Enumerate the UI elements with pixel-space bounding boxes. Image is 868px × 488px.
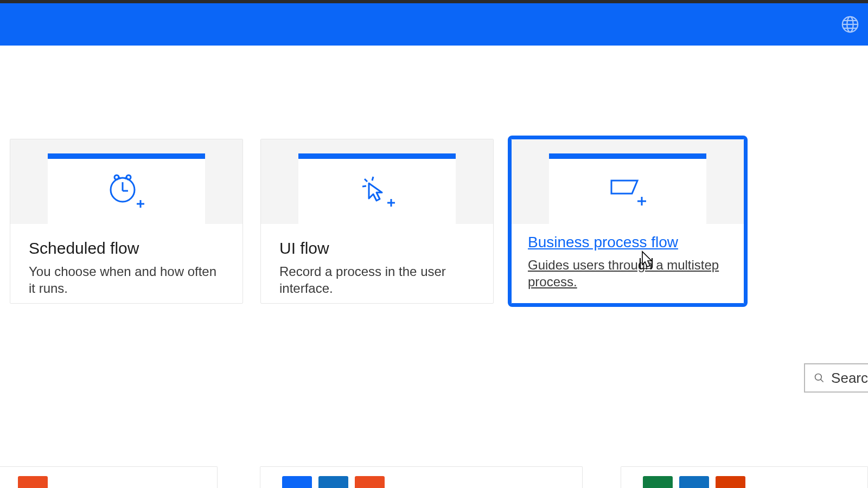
search-input[interactable]: Searc: [804, 363, 868, 393]
parallelogram-plus-icon: [606, 175, 649, 208]
connector-tile-icon: [318, 476, 348, 488]
connector-tile-icon: [282, 476, 312, 488]
card-description: Guides users through a multistep process…: [528, 256, 727, 290]
card-illustration: [512, 139, 744, 224]
card-illustration: [261, 139, 493, 224]
connector-tile-icon: [679, 476, 709, 488]
svg-line-11: [365, 179, 367, 182]
card-ui-flow[interactable]: UI flow Record a process in the user int…: [260, 139, 494, 304]
svg-point-18: [815, 374, 822, 380]
template-card[interactable]: [621, 466, 868, 488]
flow-type-cards: Scheduled flow You choose when and how o…: [0, 46, 868, 304]
connector-tile-icon: [18, 476, 48, 488]
cursor-click-plus-icon: [358, 174, 396, 209]
card-body: Business process flow Guides users throu…: [512, 224, 744, 290]
svg-line-13: [362, 186, 366, 187]
illus-window: [298, 153, 456, 224]
connector-tile-icon: [355, 476, 385, 488]
template-card[interactable]: [0, 466, 218, 488]
search-icon: [814, 371, 825, 385]
card-title: Scheduled flow: [29, 239, 224, 258]
card-description: You choose when and how often it runs.: [29, 263, 224, 297]
svg-line-19: [821, 380, 824, 382]
search-placeholder: Searc: [831, 370, 868, 387]
card-body: UI flow Record a process in the user int…: [261, 224, 493, 297]
card-title: Business process flow: [528, 234, 727, 251]
app-header: [0, 3, 868, 46]
connector-tile-icon: [643, 476, 673, 488]
card-scheduled-flow[interactable]: Scheduled flow You choose when and how o…: [10, 139, 243, 304]
illus-window: [48, 153, 205, 224]
template-card[interactable]: [260, 466, 583, 488]
card-title: UI flow: [279, 239, 475, 258]
card-body: Scheduled flow You choose when and how o…: [10, 224, 242, 297]
clock-plus-icon: [107, 174, 145, 209]
card-business-process-flow[interactable]: Business process flow Guides users throu…: [511, 139, 744, 304]
globe-icon[interactable]: [841, 15, 859, 34]
bottom-template-cards: [0, 466, 868, 488]
connector-tile-icon: [716, 476, 745, 488]
card-description: Record a process in the user interface.: [279, 263, 475, 297]
svg-line-12: [372, 177, 373, 181]
illus-window: [549, 153, 706, 224]
card-illustration: [10, 139, 242, 224]
